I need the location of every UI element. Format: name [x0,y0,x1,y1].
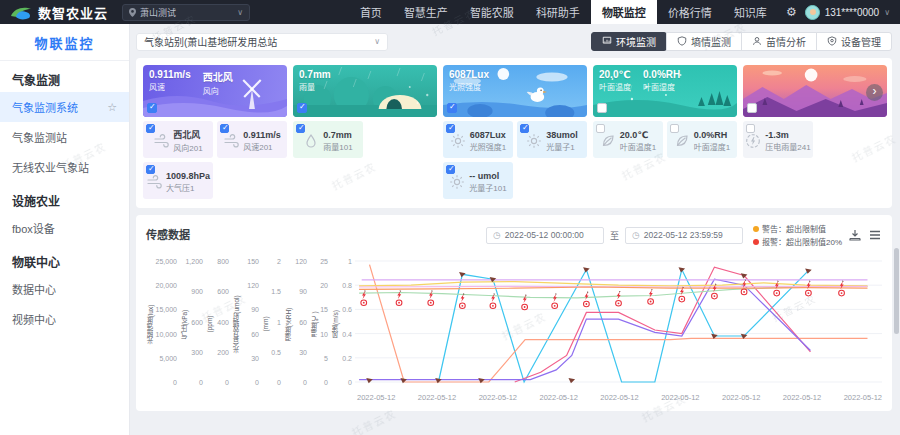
sensor-tile: 0.911m/s风速201 [217,121,287,158]
sidebar-item-label: 视频中心 [12,311,56,327]
card-checkbox[interactable] [447,103,457,113]
sensor-tile: 西北风风向201 [143,121,213,158]
date-from-input[interactable]: ◷ 2022-05-12 00:00:00 [486,227,604,244]
nav-item[interactable]: 首页 [349,0,393,24]
plot-area: 2022-05-122022-05-122022-05-122022-05-12… [355,257,882,409]
tile-checkbox[interactable] [220,124,229,133]
alarm-bolt-icon [523,295,527,304]
tab-label: 设备管理 [841,34,881,49]
sidebar-item[interactable]: fbox设备 [0,213,129,243]
sensor-cards-panel: 0.911m/s风速西北风风向西北风风向2010.911m/s风速2011009… [136,58,892,208]
nav-item[interactable]: 科研助手 [525,0,591,24]
banner-stat: 6087Lux光照强度 [449,69,489,92]
y-axis-tick: 5 [324,354,328,361]
nav-item[interactable]: 物联监控 [591,0,657,24]
sidebar-item[interactable]: 数据中心 [0,274,129,304]
sensor-tile: 0.0%RH叶面湿度1 [667,121,737,158]
sensor-tile: 20.0℃叶面温度1 [593,121,663,158]
y-axis-tick: 400 [217,318,229,325]
gear-icon[interactable]: ⚙ [778,5,805,19]
y-axis-tick: 0.6 [342,306,352,313]
date-to-input[interactable]: ◷ 2022-05-12 23:59:59 [625,227,743,244]
bolt-circle-icon [745,133,761,149]
y-axis-tick: 300 [191,348,203,355]
vertical-scrollbar[interactable] [894,248,899,334]
station-select[interactable]: 气象站别(萧山基地研发用总站 ∨ [136,33,388,51]
tab-label: 苗情分析 [766,34,806,49]
list-view-icon[interactable] [868,228,882,242]
nav-item[interactable]: 知识库 [723,0,778,24]
card-banner: 0.7mm雨量 [293,65,437,117]
tile-checkbox[interactable] [296,124,305,133]
chart-canvas [355,257,882,390]
sidebar-item-label: 气象监测站 [12,129,67,145]
card-banner: 20.0℃叶面温度0.0%RH叶面湿度 [593,65,737,117]
sensor-chart-panel: 传感数据 ◷ 2022-05-12 00:00:00 至 ◷ 2022-05-1… [136,215,892,411]
y-axis-tick: 20,000 [156,282,177,289]
sensor-card: 0.911m/s风速西北风风向西北风风向2010.911m/s风速2011009… [143,65,287,201]
carousel-next-button[interactable]: › [866,84,883,101]
tab-环境监测[interactable]: 环境监测 [591,32,667,51]
tab-设备管理[interactable]: 设备管理 [816,32,892,51]
y-axis-tick: 20 [320,282,328,289]
y-axis-tick: 0.5 [271,348,281,355]
nav-item[interactable]: 智能农服 [459,0,525,24]
tile-checkbox[interactable] [670,124,679,133]
alarm-ring-icon [490,303,496,309]
download-icon[interactable] [848,228,862,242]
tile-checkbox[interactable] [146,165,155,174]
sidebar-item[interactable]: 气象监测系统☆ [0,92,129,122]
stat-label: 光照强度 [449,81,489,92]
y-axis-tick: 15 [320,306,328,313]
legend-dot-icon [753,239,759,245]
star-icon[interactable]: ☆ [107,101,117,114]
tile-value: 0.911m/s [243,130,281,140]
tile-label: 风速201 [243,141,281,152]
tile-checkbox[interactable] [146,124,155,133]
x-axis-labels: 2022-05-122022-05-122022-05-122022-05-12… [355,390,882,402]
sidebar-groups: 气象监测气象监测系统☆气象监测站无线农业气象站设施农业fbox设备物联中心数据中… [0,61,129,334]
tile-checkbox[interactable] [746,124,755,133]
tab-苗情分析[interactable]: 苗情分析 [741,32,817,51]
nav-item[interactable]: 智慧生产 [393,0,459,24]
card-checkbox[interactable] [147,103,157,113]
alarm-ring-icon [396,300,402,306]
card-checkbox[interactable] [297,103,307,113]
alarm-ring-icon [806,290,812,296]
stat-value: 20.0℃ [599,69,631,80]
location-select[interactable]: 萧山测试 ∨ [122,4,250,21]
x-axis-tick: 2022-05-12 [783,393,821,402]
series-湿度(%RH) [359,287,867,289]
nav-item[interactable]: 价格行情 [657,0,723,24]
marker-triangle-icon [366,378,373,383]
tile-value: 38umol [546,130,578,140]
tile-info: 20.0℃叶面温度1 [620,130,656,152]
y-axis-tick: 5,000 [159,354,177,361]
card-checkbox[interactable] [747,103,757,113]
wind-icon [153,133,169,149]
tile-info: 0.0%RH叶面湿度1 [694,130,730,152]
station-select-value: 气象站别(萧山基地研发用总站 [144,34,277,49]
sidebar-item-label: 数据中心 [12,281,56,297]
x-axis-tick: 2022-05-12 [661,393,699,402]
banner-stats: 20.0℃叶面温度0.0%RH叶面湿度 [599,69,680,92]
tile-checkbox[interactable] [520,124,529,133]
tile-checkbox[interactable] [446,124,455,133]
sidebar-item[interactable]: 气象监测站 [0,122,129,152]
sensor-card: -1.3m压电雨量241 [743,65,887,201]
y-axis-tick: 600 [191,318,203,325]
sidebar: 物联监控 气象监测气象监测系统☆气象监测站无线农业气象站设施农业fbox设备物联… [0,24,130,435]
user-menu[interactable]: 131****0000 ∨ [805,5,890,20]
range-separator: 至 [610,229,619,242]
card-checkbox[interactable] [597,103,607,113]
sidebar-item[interactable]: 视频中心 [0,304,129,334]
view-tabs: 环境监测墒情监测苗情分析设备管理 [592,32,892,51]
tile-checkbox[interactable] [596,124,605,133]
legend-label: 报警：超出限制值20% [762,236,842,247]
legend-label: 警告：超出限制值 [762,223,826,234]
soil-icon [677,36,687,48]
tile-checkbox[interactable] [446,165,455,174]
sidebar-item[interactable]: 无线农业气象站 [0,152,129,182]
y-axis-tick: 90 [299,288,307,295]
tab-墒情监测[interactable]: 墒情监测 [666,32,742,51]
